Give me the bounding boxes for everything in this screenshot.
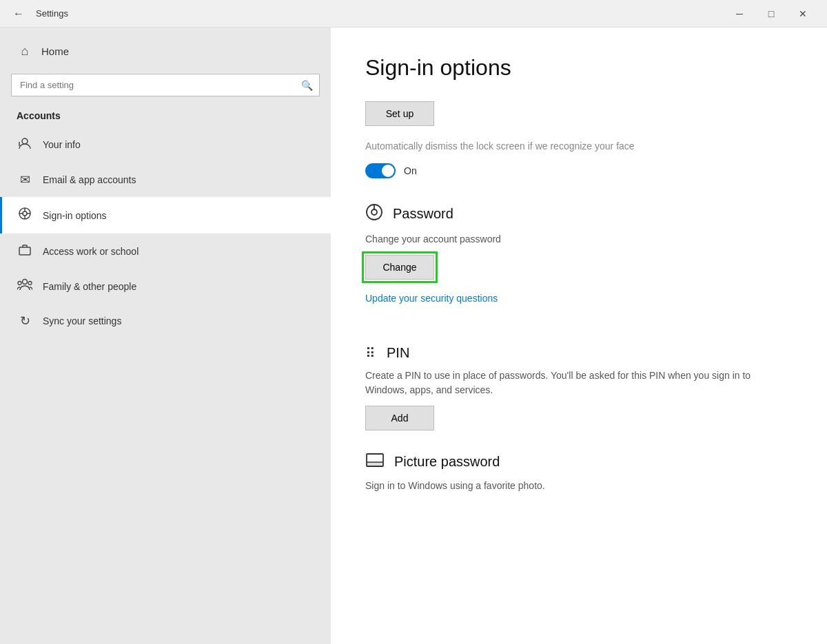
password-title: Password bbox=[393, 206, 453, 222]
app-body: ⌂ Home 🔍 Accounts Your info ✉ Email & bbox=[0, 28, 827, 644]
search-input[interactable] bbox=[11, 74, 320, 96]
setup-button[interactable]: Set up bbox=[365, 101, 434, 126]
svg-point-11 bbox=[371, 209, 377, 215]
sidebar-search: 🔍 bbox=[11, 74, 320, 96]
toggle-label: On bbox=[404, 165, 417, 176]
sidebar-home[interactable]: ⌂ Home bbox=[0, 34, 331, 68]
sidebar-item-label: Sync your settings bbox=[43, 315, 121, 326]
close-button[interactable]: ✕ bbox=[787, 0, 819, 28]
change-password-button[interactable]: Change bbox=[365, 255, 434, 280]
sidebar-item-email-accounts[interactable]: ✉ Email & app accounts bbox=[0, 163, 331, 197]
minimize-button[interactable]: ─ bbox=[724, 0, 755, 28]
window-controls: ─ □ ✕ bbox=[724, 0, 819, 28]
home-label: Home bbox=[41, 45, 69, 57]
pin-icon: ⠿ bbox=[365, 345, 377, 362]
password-section: Password Change your account password Ch… bbox=[365, 203, 793, 323]
pin-section-header: ⠿ PIN bbox=[365, 345, 793, 362]
sidebar-item-label: Access work or school bbox=[43, 246, 139, 257]
password-icon bbox=[365, 203, 383, 225]
sidebar-item-access-work[interactable]: Access work or school bbox=[0, 233, 331, 269]
svg-point-7 bbox=[23, 280, 28, 284]
sidebar-item-sync[interactable]: ↻ Sync your settings bbox=[0, 304, 331, 338]
sidebar-item-label: Your info bbox=[43, 139, 81, 150]
family-icon bbox=[17, 278, 33, 294]
app-title: Settings bbox=[36, 8, 68, 19]
sidebar-section-title: Accounts bbox=[0, 107, 331, 127]
password-description: Change your account password bbox=[365, 232, 793, 247]
picture-password-section: Picture password Sign in to Windows usin… bbox=[365, 453, 793, 493]
sidebar-item-label: Email & app accounts bbox=[43, 174, 136, 185]
svg-point-9 bbox=[28, 282, 32, 285]
svg-rect-14 bbox=[367, 462, 383, 466]
picture-password-description: Sign in to Windows using a favorite phot… bbox=[365, 479, 793, 493]
work-icon bbox=[17, 243, 33, 259]
titlebar-left: ← Settings bbox=[8, 3, 68, 24]
sidebar: ⌂ Home 🔍 Accounts Your info ✉ Email & bbox=[0, 28, 331, 644]
pin-description: Create a PIN to use in place of password… bbox=[365, 368, 793, 397]
picture-password-title: Picture password bbox=[394, 454, 500, 470]
page-title: Sign-in options bbox=[365, 55, 793, 81]
add-pin-button[interactable]: Add bbox=[365, 406, 434, 430]
pin-title: PIN bbox=[387, 345, 409, 361]
toggle-thumb bbox=[382, 165, 394, 177]
face-recognition-toggle[interactable] bbox=[365, 163, 396, 178]
svg-point-0 bbox=[22, 138, 28, 144]
sidebar-item-your-info[interactable]: Your info bbox=[0, 127, 331, 163]
svg-rect-6 bbox=[19, 247, 30, 255]
home-icon: ⌂ bbox=[17, 44, 33, 59]
your-info-icon bbox=[17, 136, 33, 153]
sidebar-item-label: Sign-in options bbox=[43, 210, 107, 221]
sidebar-item-sign-in-options[interactable]: Sign-in options bbox=[0, 197, 331, 233]
main-content: Sign-in options Set up Automatically dis… bbox=[331, 28, 827, 644]
sync-icon: ↻ bbox=[17, 313, 33, 329]
svg-point-8 bbox=[18, 282, 21, 285]
picture-password-icon bbox=[365, 453, 385, 472]
email-icon: ✉ bbox=[17, 172, 33, 187]
auto-dismiss-text: Automatically dismiss the lock screen if… bbox=[365, 140, 793, 154]
sidebar-item-family[interactable]: Family & other people bbox=[0, 269, 331, 304]
search-icon: 🔍 bbox=[301, 80, 313, 91]
security-questions-link[interactable]: Update your security questions bbox=[365, 293, 498, 304]
titlebar: ← Settings ─ □ ✕ bbox=[0, 0, 827, 28]
sign-in-icon bbox=[17, 207, 33, 224]
picture-password-header: Picture password bbox=[365, 453, 793, 472]
password-section-header: Password bbox=[365, 203, 793, 225]
back-button[interactable]: ← bbox=[8, 3, 29, 24]
pin-section: ⠿ PIN Create a PIN to use in place of pa… bbox=[365, 345, 793, 430]
toggle-row: On bbox=[365, 163, 793, 178]
sidebar-item-label: Family & other people bbox=[43, 281, 136, 292]
maximize-button[interactable]: □ bbox=[755, 0, 787, 28]
svg-point-5 bbox=[23, 211, 27, 216]
